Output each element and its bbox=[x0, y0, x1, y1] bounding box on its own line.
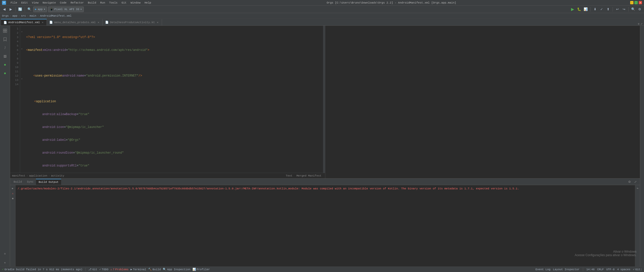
menu-build[interactable]: Build bbox=[86, 1, 98, 5]
sidebar-icon-project[interactable] bbox=[1, 27, 9, 35]
sidebar-icon-structure[interactable]: ≡ bbox=[1, 250, 9, 258]
debug-button[interactable]: 🐛 bbox=[576, 7, 582, 12]
git-label: Git bbox=[92, 268, 97, 271]
bottom-tab-build-output[interactable]: Build Output bbox=[36, 179, 61, 185]
fold-arrow-13[interactable]: ▾ bbox=[21, 78, 22, 80]
status-profiler[interactable]: 📊 Profiler bbox=[192, 268, 210, 271]
menu-edit[interactable]: Edit bbox=[20, 1, 29, 5]
git-commit-button[interactable]: ✓ bbox=[599, 7, 604, 12]
close-button[interactable]: ✕ bbox=[639, 1, 642, 4]
menu-window[interactable]: Window bbox=[129, 1, 142, 5]
breadcrumb-src[interactable]: src bbox=[21, 14, 26, 17]
minimize-button[interactable]: — bbox=[630, 1, 633, 4]
status-event-log[interactable]: Event Log bbox=[536, 268, 550, 271]
sidebar-icon-build-variants[interactable]: ■ bbox=[1, 61, 9, 69]
tab-icon-manifest: 📄 bbox=[4, 21, 7, 24]
sidebar-icon-resource-manager[interactable]: 🖼 bbox=[1, 52, 9, 60]
status-layout-inspector[interactable]: Layout Inspector bbox=[553, 268, 580, 271]
bottom-expand-btn[interactable]: ⤢ bbox=[633, 179, 638, 184]
settings-button[interactable]: ⚙ bbox=[637, 7, 642, 12]
tab-menu-detalhes[interactable]: 📄 menu_detalhes_produto.xml ✕ bbox=[47, 19, 103, 25]
editor-tabs-bar: 📄 AndroidManifest.xml ✕ 📄 menu_detalhes_… bbox=[0, 19, 644, 26]
breadcrumb-activity[interactable]: activity bbox=[51, 174, 64, 177]
code-line-11: android:supportsRtl="true" bbox=[26, 164, 325, 168]
maximize-button[interactable]: □ bbox=[634, 1, 638, 4]
editor-split: 1 2 3 4 5 6 7 8 9 10 11 12 13 14 bbox=[10, 26, 640, 178]
status-build[interactable]: 🔨 Build bbox=[148, 268, 161, 271]
menu-help[interactable]: Help bbox=[143, 1, 153, 5]
run-config-selector[interactable]: ▶ app ▾ bbox=[33, 7, 47, 12]
status-time: 14:46 bbox=[586, 268, 595, 271]
breadcrumb-application[interactable]: application bbox=[29, 174, 47, 177]
fold-arrow-2[interactable]: ▾ bbox=[21, 31, 22, 33]
run-button[interactable]: ▶ bbox=[570, 7, 575, 12]
status-todo[interactable]: ✓ TODO bbox=[99, 268, 108, 271]
code-editor[interactable]: 1 2 3 4 5 6 7 8 9 10 11 12 13 14 bbox=[10, 26, 325, 173]
line-numbers: 1 2 3 4 5 6 7 8 9 10 11 12 13 14 bbox=[10, 26, 20, 173]
menu-tools[interactable]: Tools bbox=[108, 1, 119, 5]
menu-git[interactable]: Git bbox=[120, 1, 128, 5]
fold-arrow-6[interactable]: ▾ bbox=[21, 48, 22, 50]
breadcrumb-app[interactable]: app bbox=[12, 14, 17, 17]
status-problems[interactable]: ⚠ 7 Problems bbox=[110, 268, 129, 271]
tab-merged-manifest[interactable]: Merged Manifest bbox=[295, 173, 323, 179]
menu-file[interactable]: File bbox=[9, 1, 19, 5]
editor-expand-btn[interactable]: ⤢ bbox=[640, 22, 642, 25]
svg-rect-1 bbox=[5, 29, 7, 30]
tab-detalhes-activity[interactable]: 📄 DetalhessProdutoActivity.kt ✕ bbox=[103, 19, 162, 25]
status-terminal[interactable]: ▶ Terminal bbox=[131, 268, 146, 271]
toolbar-back-button[interactable]: ◀ bbox=[2, 7, 7, 12]
code-content[interactable]: <?xml version="1.0" encoding="utf-8"?> <… bbox=[24, 26, 325, 173]
tab-close-manifest[interactable]: ✕ bbox=[41, 21, 44, 24]
status-gradle-notice[interactable]: ✓ Gradle build failed in 7 s 912 ms (mom… bbox=[2, 268, 83, 271]
tab-android-manifest[interactable]: 📄 AndroidManifest.xml ✕ bbox=[1, 19, 47, 25]
status-encoding[interactable]: UTF-8 bbox=[606, 268, 615, 271]
status-indent[interactable]: 4 spaces bbox=[617, 268, 630, 271]
git-update-button[interactable]: ⬇ bbox=[592, 7, 598, 12]
status-line-ending[interactable]: CRLF bbox=[597, 268, 604, 271]
device-selector[interactable]: 📱 Pixel XL API 33 ▾ bbox=[48, 7, 84, 12]
toolbar-search-button[interactable]: 🔍 bbox=[27, 7, 32, 12]
toolbar-sync-button[interactable]: 🔄 bbox=[17, 7, 23, 12]
bottom-right-icon-1[interactable]: ⇋ bbox=[636, 186, 640, 190]
breadcrumb-manifest[interactable]: manifest bbox=[12, 174, 25, 177]
panel-icon-warning[interactable]: ⚠ bbox=[11, 191, 15, 196]
bottom-tab-build[interactable]: Build bbox=[11, 179, 24, 185]
breadcrumb-orgs[interactable]: Orgs bbox=[2, 14, 9, 17]
profile-button[interactable]: 📊 bbox=[583, 7, 588, 12]
todo-icon: ✓ bbox=[99, 268, 101, 271]
tab-close-activity[interactable]: ✕ bbox=[156, 21, 159, 24]
tab-label-manifest: AndroidManifest.xml bbox=[8, 21, 40, 24]
bottom-tab-sync[interactable]: Sync bbox=[24, 179, 36, 185]
undo-button[interactable]: ↩ bbox=[615, 7, 620, 12]
menu-code[interactable]: Code bbox=[58, 1, 68, 5]
editor-settings-btn[interactable]: ⚙ bbox=[638, 22, 639, 25]
panel-icon-run[interactable]: ▶ bbox=[11, 186, 15, 191]
editor-area: 1 2 3 4 5 6 7 8 9 10 11 12 13 14 bbox=[10, 26, 640, 266]
sidebar-icon-favorites[interactable]: ★ bbox=[1, 258, 9, 266]
sidebar-icon-pull-requests[interactable]: ⤴ bbox=[1, 44, 9, 52]
status-git[interactable]: ⎇ Git bbox=[88, 268, 97, 271]
sidebar-icon-bookmarks[interactable] bbox=[1, 35, 9, 43]
line-ending-label: CRLF bbox=[597, 268, 604, 271]
status-app-inspection[interactable]: 🔍 App Inspection bbox=[163, 268, 190, 271]
search-everywhere-button[interactable]: 🔍 bbox=[630, 7, 636, 12]
panel-icon-stop[interactable]: ■ bbox=[11, 196, 15, 201]
breadcrumb-main[interactable]: main bbox=[30, 14, 36, 17]
menu-run[interactable]: Run bbox=[99, 1, 107, 5]
tab-text[interactable]: Text bbox=[284, 173, 294, 179]
tab-close-menu[interactable]: ✕ bbox=[97, 21, 100, 24]
title-bar-left: A File Edit View Navigate Code Refactor … bbox=[2, 1, 153, 5]
sidebar-icon-green2[interactable]: ■ bbox=[1, 70, 9, 78]
menu-view[interactable]: View bbox=[30, 1, 40, 5]
menu-navigate[interactable]: Navigate bbox=[41, 1, 57, 5]
redo-button[interactable]: ↪ bbox=[621, 7, 627, 12]
status-git-right[interactable]: ✓ Git: bbox=[633, 268, 642, 271]
vertical-scrollbar[interactable] bbox=[323, 26, 325, 173]
menu-refactor[interactable]: Refactor bbox=[69, 1, 85, 5]
git-push-button[interactable]: ⬆ bbox=[605, 7, 611, 12]
toolbar-forward-button[interactable]: ▶ bbox=[8, 7, 14, 12]
right-sidebar bbox=[640, 26, 644, 266]
bottom-settings-btn[interactable]: ⚙ bbox=[627, 179, 632, 184]
breadcrumb-file[interactable]: AndroidManifest.xml bbox=[40, 14, 71, 17]
